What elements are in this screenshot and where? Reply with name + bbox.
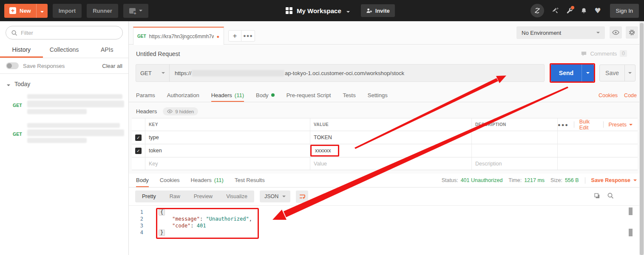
- tab-apis[interactable]: APIs: [85, 43, 128, 58]
- format-select[interactable]: JSON: [260, 191, 290, 202]
- tab-test-results[interactable]: Test Results: [235, 174, 265, 187]
- new-button[interactable]: + New: [4, 4, 48, 18]
- time-label: Time:: [508, 177, 522, 183]
- header-description[interactable]: [472, 144, 558, 157]
- response-body-viewer[interactable]: 1 { 2 "message": "Unauthorized", 3 "code…: [129, 206, 644, 255]
- environment-settings-button[interactable]: [626, 26, 638, 39]
- tab-response-cookies[interactable]: Cookies: [160, 174, 180, 187]
- gear-icon: [628, 29, 635, 36]
- workspace-switcher[interactable]: My Workspace Invite: [286, 0, 395, 21]
- scrollbar-thumb[interactable]: [640, 23, 644, 255]
- history-item[interactable]: GET: [0, 94, 126, 119]
- new-dropdown[interactable]: [37, 8, 48, 14]
- value-placeholder[interactable]: Value: [310, 157, 472, 170]
- tab-authorization[interactable]: Authorization: [167, 89, 199, 102]
- response-body-actions: [594, 192, 638, 201]
- save-dropdown[interactable]: [625, 65, 635, 81]
- divider: [585, 177, 585, 184]
- chevron-down-icon: [139, 10, 142, 11]
- wrap-lines-button[interactable]: [296, 191, 308, 203]
- clear-all-link[interactable]: Clear all: [102, 63, 122, 69]
- header-value[interactable]: TOKEN: [310, 131, 472, 144]
- save-responses-toggle[interactable]: [6, 62, 19, 69]
- search-body-button[interactable]: [607, 192, 614, 201]
- open-new-window-button[interactable]: [123, 4, 148, 18]
- topbar: + New Import Runner My Workspace Invite: [0, 0, 644, 21]
- annotation-box-token: xxxxxx: [310, 145, 339, 157]
- save-response-button[interactable]: Save Response: [591, 177, 637, 183]
- tab-history[interactable]: History: [0, 43, 43, 58]
- tab-pre-request-script[interactable]: Pre-request Script: [287, 89, 331, 102]
- status-value: 401 Unauthorized: [461, 177, 503, 183]
- favorites-button[interactable]: ♥: [594, 6, 601, 15]
- invite-button[interactable]: Invite: [361, 4, 395, 17]
- header-value[interactable]: xxxxxx: [310, 144, 472, 157]
- url-input[interactable]: https://ap-tokyo-1.oci.customer-oci.com/…: [170, 64, 544, 81]
- view-pretty[interactable]: Pretty: [135, 191, 163, 202]
- view-raw[interactable]: Raw: [163, 191, 187, 202]
- environment-select[interactable]: No Environment: [516, 26, 605, 39]
- history-item[interactable]: GET: [0, 123, 126, 148]
- history-group-today[interactable]: Today: [0, 74, 128, 90]
- method-select[interactable]: GET: [136, 64, 170, 81]
- sync-disabled-button[interactable]: [531, 4, 544, 17]
- copy-button[interactable]: [594, 193, 600, 201]
- scrollbar-thumb[interactable]: [629, 207, 633, 215]
- setup-button[interactable]: [566, 7, 573, 14]
- row-checkbox[interactable]: ✓: [135, 148, 142, 154]
- header-key[interactable]: token: [145, 144, 310, 157]
- filter-input[interactable]: [21, 30, 117, 36]
- eye-icon: [612, 29, 619, 36]
- notifications-button[interactable]: [581, 8, 587, 14]
- new-window-icon: [129, 8, 136, 14]
- copy-icon: [594, 193, 600, 199]
- tab-options-button[interactable]: ●●●: [241, 31, 255, 41]
- send-dropdown[interactable]: [582, 64, 594, 81]
- chevron-down-icon: [628, 72, 632, 74]
- tab-response-headers[interactable]: Headers(11): [191, 174, 224, 187]
- api-network-button[interactable]: [551, 7, 559, 14]
- tab-actions: + ●●●: [228, 30, 255, 42]
- request-tabstrip: GET https://kra7hn3jngcc6mmh7wq… ● + ●●●…: [129, 21, 644, 45]
- header-key[interactable]: type: [145, 131, 310, 144]
- satellite-icon: [551, 7, 559, 14]
- vertical-scrollbar[interactable]: [639, 21, 644, 255]
- tab-body[interactable]: Body: [256, 89, 275, 102]
- fold-handle[interactable]: }: [159, 230, 165, 236]
- person-plus-icon: [366, 8, 372, 14]
- row-checkbox[interactable]: ✓: [135, 135, 142, 141]
- view-visualize[interactable]: Visualize: [219, 191, 254, 202]
- tab-tests[interactable]: Tests: [343, 89, 355, 102]
- environment-preview-button[interactable]: [610, 26, 622, 39]
- runner-button[interactable]: Runner: [87, 4, 118, 18]
- search-icon: [607, 192, 614, 199]
- view-preview[interactable]: Preview: [187, 191, 219, 202]
- send-button[interactable]: Send: [551, 64, 594, 81]
- request-tab[interactable]: GET https://kra7hn3jngcc6mmh7wq… ●: [133, 27, 224, 45]
- header-description[interactable]: [472, 131, 558, 144]
- tab-response-body[interactable]: Body: [136, 174, 149, 187]
- redacted-url: [27, 94, 126, 114]
- workspace-grid-icon: [286, 7, 292, 14]
- import-button[interactable]: Import: [53, 4, 82, 18]
- tab-params[interactable]: Params: [136, 89, 155, 102]
- fold-handle[interactable]: {: [159, 209, 165, 216]
- description-placeholder[interactable]: Description: [472, 157, 558, 170]
- chevron-down-icon: [7, 84, 10, 86]
- more-options-button[interactable]: ●●●: [558, 122, 569, 127]
- signin-button[interactable]: Sign In: [610, 4, 639, 18]
- new-tab-button[interactable]: +: [229, 31, 241, 41]
- tab-settings[interactable]: Settings: [368, 89, 388, 102]
- bulk-edit-link[interactable]: Bulk Edit: [579, 119, 598, 131]
- table-header-row: KEY VALUE DESCRIPTION ●●● Bulk Edit Pres…: [132, 118, 638, 131]
- scrollbar-thumb[interactable]: [629, 229, 633, 236]
- save-button[interactable]: Save: [599, 64, 635, 81]
- key-placeholder[interactable]: Key: [145, 157, 310, 170]
- comments-button[interactable]: Comments 0: [581, 50, 627, 57]
- presets-dropdown[interactable]: Presets: [609, 122, 633, 128]
- hidden-headers-toggle[interactable]: 9 hidden: [163, 107, 198, 115]
- code-link[interactable]: Code: [624, 92, 637, 98]
- cookies-link[interactable]: Cookies: [599, 92, 618, 98]
- tab-headers[interactable]: Headers(11): [211, 89, 244, 102]
- tab-collections[interactable]: Collections: [43, 43, 86, 58]
